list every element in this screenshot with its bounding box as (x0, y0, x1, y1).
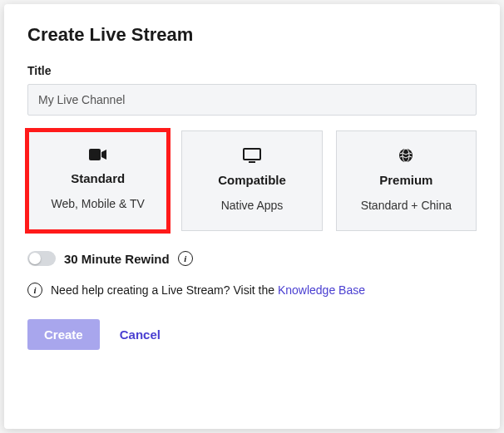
create-live-stream-modal: Create Live Stream Title Standard Web, M… (4, 4, 500, 429)
svg-point-3 (399, 149, 413, 162)
plan-subtitle: Standard + China (345, 199, 467, 212)
svg-rect-0 (89, 149, 101, 160)
info-icon[interactable]: i (178, 251, 193, 266)
plan-subtitle: Native Apps (190, 199, 313, 212)
plan-title: Premium (345, 173, 467, 187)
svg-rect-1 (244, 149, 260, 160)
info-icon: i (27, 283, 42, 298)
title-input[interactable] (27, 84, 477, 116)
knowledge-base-link[interactable]: Knowledge Base (278, 283, 365, 297)
modal-actions: Create Cancel (27, 319, 477, 350)
globe-icon (345, 148, 467, 163)
monitor-icon (190, 148, 313, 163)
cancel-button[interactable]: Cancel (120, 327, 161, 342)
create-button[interactable]: Create (27, 319, 100, 350)
plan-title: Compatible (190, 173, 313, 187)
help-row: i Need help creating a Live Stream? Visi… (27, 283, 477, 298)
help-text: Need help creating a Live Stream? Visit … (51, 283, 365, 297)
title-label: Title (27, 64, 477, 77)
modal-title: Create Live Stream (27, 24, 477, 46)
plan-card-compatible[interactable]: Compatible Native Apps (181, 130, 322, 231)
rewind-toggle[interactable] (27, 251, 56, 266)
plan-card-premium[interactable]: Premium Standard + China (336, 130, 477, 231)
plan-title: Standard (37, 171, 159, 185)
help-prefix: Need help creating a Live Stream? Visit … (51, 283, 278, 297)
plan-subtitle: Web, Mobile & TV (37, 197, 159, 210)
plan-card-standard[interactable]: Standard Web, Mobile & TV (27, 130, 168, 231)
plan-cards: Standard Web, Mobile & TV Compatible Nat… (27, 130, 477, 231)
rewind-row: 30 Minute Rewind i (27, 251, 477, 266)
rewind-label: 30 Minute Rewind (64, 252, 170, 266)
video-camera-icon (37, 148, 159, 161)
